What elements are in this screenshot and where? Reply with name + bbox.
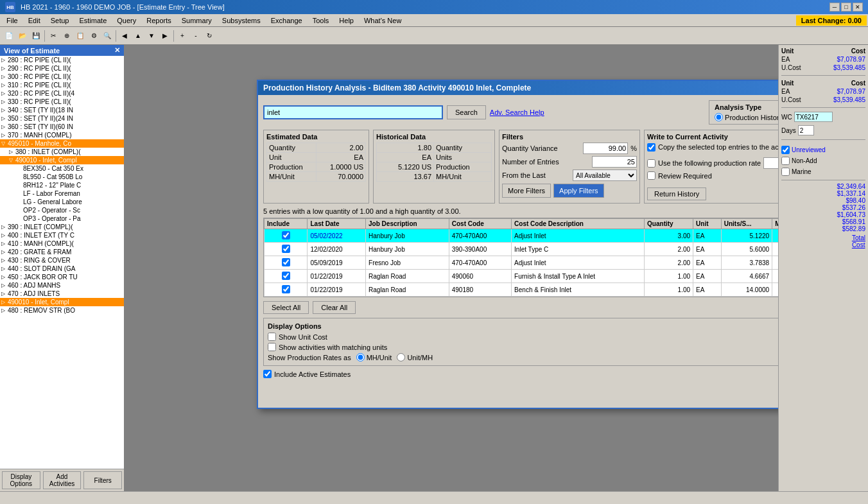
menu-edit[interactable]: Edit	[23, 15, 46, 26]
tree-item-410[interactable]: ▷410 : MANH (COMPL)(	[0, 239, 124, 248]
menu-summary[interactable]: Summary	[177, 15, 217, 26]
return-history-btn[interactable]: Return History	[647, 187, 706, 200]
tb-arrow-up[interactable]: ▲	[132, 30, 144, 42]
tree-item-490010[interactable]: ▽490010 - Inlet, Compl	[0, 156, 124, 164]
menu-estimate[interactable]: Estimate	[74, 15, 112, 26]
production-checkbox[interactable]	[647, 159, 655, 168]
search-button[interactable]: Search	[447, 105, 486, 119]
tb-arrow-down[interactable]: ▼	[145, 30, 158, 42]
tree-item-490010-2[interactable]: ▷490010 - Inlet, Compl	[0, 298, 124, 306]
tree-item-8ex350[interactable]: 8EX350 - Cat 350 Ex	[0, 164, 124, 173]
row3-include[interactable]	[265, 256, 308, 270]
menu-reports[interactable]: Reports	[141, 15, 177, 26]
apply-filters-btn[interactable]: Apply Filters	[553, 184, 604, 198]
tree-item-lg[interactable]: LG - General Labore	[0, 198, 124, 206]
table-row[interactable]: 05/02/2022 Hanbury Job 470-470A00 Adjust…	[265, 229, 779, 243]
show-matching-checkbox[interactable]	[268, 343, 276, 351]
marine-checkbox[interactable]	[781, 168, 790, 176]
from-last-select[interactable]: All Available 1 Year 2 Years 5 Years	[573, 169, 637, 181]
copy-checkbox[interactable]	[647, 143, 655, 152]
menu-setup[interactable]: Setup	[46, 15, 74, 26]
tree-item-300[interactable]: ▷300 : RC PIPE (CL II)(	[0, 73, 124, 81]
select-all-btn[interactable]: Select All	[263, 301, 309, 314]
tree-item-460[interactable]: ▷460 : ADJ MANHS	[0, 281, 124, 290]
tb-settings[interactable]: ⚙	[87, 30, 100, 42]
row1-include[interactable]	[265, 229, 308, 243]
production-history-radio[interactable]	[715, 113, 723, 121]
tb-find[interactable]: 🔍	[101, 30, 114, 42]
total-cost-link[interactable]: TotalCost	[852, 234, 865, 248]
tree-item-420[interactable]: ▷420 : GRATE & FRAM	[0, 248, 124, 256]
tree-item-8l950[interactable]: 8L950 - Cat 950B Lo	[0, 173, 124, 181]
tree-item-310[interactable]: ▷310 : RC PIPE (CL II)(	[0, 81, 124, 89]
tree-item-340[interactable]: ▷340 : SET (TY II)(18 IN	[0, 106, 124, 114]
tree-item-lf[interactable]: LF - Labor Foreman	[0, 189, 124, 198]
tb-arrow-left[interactable]: ◀	[118, 30, 131, 42]
tree-item-430[interactable]: ▷430 : RING & COVER	[0, 256, 124, 265]
display-options-btn[interactable]: Display Options	[2, 471, 40, 489]
menu-tools[interactable]: Tools	[308, 15, 334, 26]
mh-unit-radio[interactable]	[356, 353, 365, 361]
tree-item-480[interactable]: ▷480 : REMOV STR (BO	[0, 306, 124, 315]
show-unit-cost-checkbox[interactable]	[268, 333, 276, 341]
tree-item-290[interactable]: ▷290 : RC PIPE (CL II)(	[0, 64, 124, 73]
more-filters-btn[interactable]: More Filters	[502, 184, 551, 198]
close-outer-btn[interactable]: ✕	[853, 3, 863, 12]
menu-file[interactable]: File	[1, 15, 23, 26]
maximize-btn[interactable]: □	[841, 3, 851, 12]
table-row[interactable]: 01/22/2019 Raglan Road 490180 Bench & Fi…	[265, 283, 779, 297]
adv-search-link[interactable]: Adv. Search Help	[490, 109, 544, 116]
menu-help[interactable]: Help	[334, 15, 359, 26]
tree-item-330[interactable]: ▷330 : RC PIPE (CL II)(	[0, 98, 124, 106]
table-row[interactable]: 12/02/2020 Hanbury Job 390-390A00 Inlet …	[265, 243, 779, 256]
tree-item-440[interactable]: ▷440 : SLOT DRAIN (GA	[0, 265, 124, 273]
tb-refresh[interactable]: ↻	[203, 30, 216, 42]
menu-exchange[interactable]: Exchange	[266, 15, 308, 26]
minimize-btn[interactable]: ─	[829, 3, 840, 12]
num-entries-input[interactable]	[592, 156, 637, 168]
menu-query[interactable]: Query	[112, 15, 141, 26]
tree-item-450[interactable]: ▷450 : JACK BOR OR TU	[0, 273, 124, 281]
tree-item-495010[interactable]: ▽495010 - Manhole, Co	[0, 139, 124, 148]
search-input[interactable]	[263, 105, 443, 119]
tree-item-op2[interactable]: OP2 - Operator - Sc	[0, 206, 124, 214]
tree-item-390[interactable]: ▷390 : INLET (COMPL)(	[0, 223, 124, 231]
tb-arrow-right[interactable]: ▶	[159, 30, 171, 42]
review-checkbox[interactable]	[647, 171, 655, 180]
tb-save[interactable]: 💾	[30, 30, 42, 42]
table-row[interactable]: 01/22/2019 Raglan Road 490060 Furnish & …	[265, 270, 779, 283]
tb-new[interactable]: 📄	[3, 30, 15, 42]
include-active-checkbox[interactable]	[263, 370, 272, 378]
non-add-checkbox[interactable]	[781, 157, 790, 165]
table-row[interactable]: 05/09/2019 Fresno Job 470-470A00 Adjust …	[265, 256, 779, 270]
tree-item-8rh12[interactable]: 8RH12 - 12" Plate C	[0, 181, 124, 189]
unreviewed-checkbox[interactable]	[781, 146, 790, 154]
tree-item-280[interactable]: ▷280 : RC PIPE (CL II)(	[0, 56, 124, 64]
unit-mh-radio[interactable]	[397, 353, 405, 361]
production-history-radio-label[interactable]: Production History	[715, 113, 778, 121]
menu-subsystems[interactable]: Subsystems	[217, 15, 266, 26]
row4-include[interactable]	[265, 270, 308, 283]
row5-include[interactable]	[265, 283, 308, 297]
tree-item-380[interactable]: ▷380 : INLET (COMPL)(	[0, 148, 124, 156]
add-activities-btn[interactable]: Add Activities	[43, 471, 82, 489]
tb-collapse[interactable]: -	[189, 30, 202, 42]
menu-whats-new[interactable]: What's New	[359, 15, 406, 26]
sidebar-close-icon[interactable]: ✕	[114, 46, 120, 55]
mh-unit-radio-label[interactable]: MH/Unit	[356, 353, 392, 361]
days-input[interactable]	[798, 125, 814, 135]
wc-input[interactable]	[794, 112, 833, 122]
tb-cut[interactable]: ✂	[47, 30, 60, 42]
tree-item-op3[interactable]: OP3 - Operator - Pa	[0, 214, 124, 223]
tb-paste[interactable]: 📋	[74, 30, 87, 42]
tree-item-350[interactable]: ▷350 : SET (TY II)(24 IN	[0, 114, 124, 123]
tree-item-400[interactable]: ▷400 : INLET EXT (TY C	[0, 231, 124, 239]
qty-variance-input[interactable]	[583, 143, 628, 154]
tree-item-370[interactable]: ▷370 : MANH (COMPL)	[0, 131, 124, 139]
clear-all-btn[interactable]: Clear All	[313, 301, 356, 314]
tb-copy[interactable]: ⊕	[60, 30, 73, 42]
tb-open[interactable]: 📂	[16, 30, 29, 42]
row2-include[interactable]	[265, 243, 308, 256]
tb-expand[interactable]: +	[176, 30, 189, 42]
filters-btn[interactable]: Filters	[83, 471, 122, 489]
